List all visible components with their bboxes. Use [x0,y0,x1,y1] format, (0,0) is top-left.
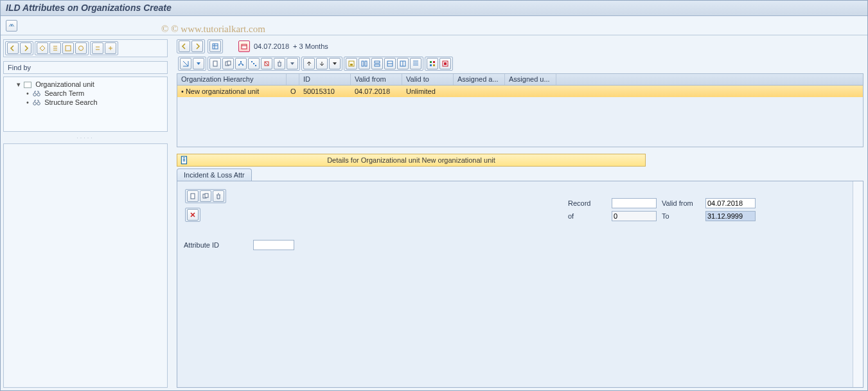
col-assigned-until[interactable]: Assigned u... [505,74,556,85]
left-toolbar-box [3,39,168,57]
cell-code: O [287,86,299,96]
attribute-id-row: Attribute ID [184,240,856,250]
bullet-icon: • [181,87,184,95]
svg-rect-23 [375,64,380,66]
of-label: of [568,212,607,220]
collapse-all-icon[interactable] [92,42,103,54]
svg-rect-33 [191,194,195,199]
svg-rect-7 [242,44,247,49]
table-row[interactable]: • New organizational unit O 50015310 04.… [177,86,863,97]
of-row: of To [568,211,756,221]
hist-forward-button[interactable] [191,41,203,52]
vertical-scrollbar[interactable] [853,181,863,387]
hierarchy-table: Organization Hierarchy ID Valid from Val… [177,73,864,147]
details-banner: Details for Organizational unit New orga… [177,154,646,167]
expand-all-icon[interactable] [105,42,116,54]
hierarchy-a-icon[interactable] [235,58,247,69]
valid-from-input[interactable] [705,198,756,208]
grid-b-icon[interactable] [439,58,451,69]
table-header: Organization Hierarchy ID Valid from Val… [177,74,863,86]
new-record-icon[interactable] [187,190,199,202]
svg-rect-22 [375,61,380,63]
date-layout-icon[interactable] [209,41,221,52]
to-label: To [662,212,700,220]
app-window: ILD Attributes on Organizations Create ©… [0,0,868,391]
svg-rect-14 [251,61,252,62]
right-top-toolbars: 04.07.2018 + 3 Months [172,39,864,73]
hist-back-button[interactable] [179,41,190,52]
copy-record-icon[interactable] [200,190,211,202]
details-doc-icon [177,154,191,166]
svg-rect-12 [238,64,240,66]
content-area: Find by ▾ Organizational unit • Search T… [1,35,867,391]
save-icon[interactable] [346,58,357,69]
delete-record-icon[interactable] [213,190,224,202]
col-code[interactable] [287,74,299,85]
left-pane: Find by ▾ Organizational unit • Search T… [1,35,170,391]
tree-expand-icon[interactable]: ▾ [15,80,22,89]
svg-rect-10 [227,61,231,65]
bookmark-c-icon[interactable] [62,42,74,54]
move-up-icon[interactable] [303,58,315,69]
delimit-icon[interactable] [261,58,272,69]
pick-icon[interactable] [180,58,191,69]
cols-b-icon[interactable] [371,58,383,69]
find-by-tree[interactable]: ▾ Organizational unit • Search Term • [3,77,168,132]
application-toolbar [1,16,867,35]
folder-icon [24,82,31,88]
svg-rect-28 [430,64,432,66]
cols-e-icon[interactable] [410,58,421,69]
bookmark-d-icon[interactable] [75,42,87,54]
col-valid-from[interactable]: Valid from [351,74,402,85]
move-down-icon[interactable] [316,58,328,69]
splitter-handle[interactable]: ····· [3,134,168,141]
cancel-icon[interactable] [187,209,199,221]
cols-a-icon[interactable] [359,58,370,69]
toggle-edit-icon[interactable] [6,20,17,32]
svg-rect-8 [213,61,217,66]
new-icon[interactable] [209,58,221,69]
grid-a-icon[interactable] [427,58,438,69]
attribute-id-input[interactable] [253,240,294,250]
pick-drop-icon[interactable] [193,58,204,69]
tree-item-label: Structure Search [44,98,98,106]
tree-root-organizational-unit[interactable]: ▾ Organizational unit • Search Term • [15,80,164,107]
svg-rect-21 [365,61,367,66]
nav-back-button[interactable] [7,42,19,54]
table-body[interactable]: • New organizational unit O 50015310 04.… [177,86,863,147]
svg-rect-19 [350,64,353,66]
svg-point-1 [79,46,84,51]
record-input[interactable] [612,198,657,208]
col-assigned-as[interactable]: Assigned a... [454,74,505,85]
details-banner-text: Details for Organizational unit New orga… [191,156,645,164]
calendar-icon[interactable] [238,41,250,52]
svg-rect-27 [433,61,435,63]
col-id[interactable]: ID [299,74,351,85]
move-drop-icon[interactable] [329,58,341,69]
date-hint-plus: + 3 Months [293,42,328,50]
record-label: Record [568,199,607,207]
tab-incident-loss-attr[interactable]: Incident & Loss Attr [177,168,252,181]
svg-rect-11 [240,61,242,62]
delete-drop-icon[interactable] [287,58,298,69]
svg-rect-31 [444,62,447,65]
record-row: Record Valid from [568,198,756,208]
cols-d-icon[interactable] [397,58,409,69]
delete-icon[interactable] [274,58,285,69]
cell-hierarchy: • New organizational unit [177,86,287,96]
col-valid-to[interactable]: Valid to [402,74,454,85]
nav-forward-button[interactable] [20,42,31,54]
svg-rect-0 [66,46,71,51]
tree-item-structure-search[interactable]: • Structure Search [24,98,164,107]
cols-c-icon[interactable] [384,58,396,69]
bullet-icon: • [24,98,31,106]
title-bar: ILD Attributes on Organizations Create [1,1,867,16]
hierarchy-b-icon[interactable] [248,58,260,69]
tree-item-search-term[interactable]: • Search Term [24,89,164,98]
cell-assigned-until [505,90,556,93]
bookmark-a-icon[interactable] [37,42,48,54]
copy-icon[interactable] [222,58,234,69]
svg-rect-35 [205,194,208,197]
bookmark-b-icon[interactable] [49,42,61,54]
col-hierarchy[interactable]: Organization Hierarchy [177,74,287,85]
